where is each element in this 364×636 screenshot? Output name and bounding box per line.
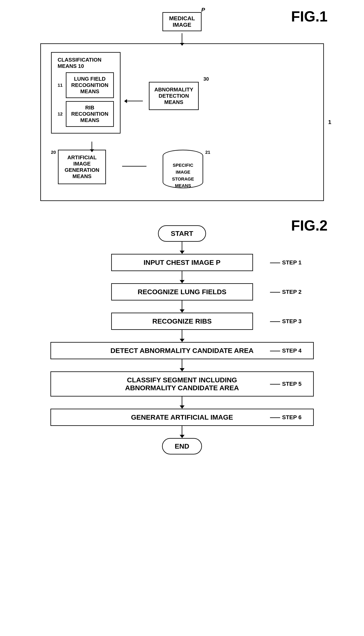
- arrow-head: [180, 339, 184, 342]
- medical-image-label: MEDICAL IMAGE: [169, 15, 195, 28]
- sub-boxes: 11 LUNG FIELD RECOGNITION MEANS 12 RIB R…: [58, 72, 114, 127]
- artif-text: ARTIFICIAL IMAGE GENERATION MEANS: [64, 154, 99, 179]
- storage-text: SPECIFIC IMAGE STORAGE MEANS: [172, 163, 194, 188]
- arrow-line: [182, 300, 182, 310]
- artif-box-wrapper: 20 ARTIFICIAL IMAGE GENERATION MEANS: [51, 150, 106, 184]
- system-box: 1 CLASSIFICATION MEANS 10 11 LUNG FIELD …: [40, 43, 324, 201]
- lung-field-label: 11: [58, 83, 64, 88]
- fig2-title: FIG.2: [291, 217, 328, 234]
- arrow-head: [180, 280, 184, 283]
- flow-arrow-4: [180, 330, 184, 342]
- step1-box: INPUT CHEST IMAGE P: [111, 254, 253, 271]
- artif-label: 20: [51, 150, 56, 155]
- arrow-line: [182, 330, 182, 339]
- classification-title: CLASSIFICATION MEANS 10: [58, 57, 114, 69]
- step6-label: STEP 6: [270, 414, 302, 420]
- rib-label: 12: [58, 112, 64, 117]
- arrow-line: [182, 426, 182, 435]
- flow-arrow-7: [180, 426, 184, 438]
- step4-row: DETECT ABNORMALITY CANDIDATE AREA STEP 4: [50, 342, 314, 359]
- flow-arrow-2: [180, 271, 184, 283]
- fig1-title: FIG.1: [291, 8, 328, 25]
- lung-field-box: LUNG FIELD RECOGNITION MEANS: [66, 72, 114, 98]
- step1-label: STEP 1: [270, 259, 302, 266]
- system-box-label: 1: [328, 119, 332, 126]
- classification-area: CLASSIFICATION MEANS 10 11 LUNG FIELD RE…: [51, 52, 120, 134]
- top-row: CLASSIFICATION MEANS 10 11 LUNG FIELD RE…: [51, 52, 313, 134]
- cylinder: SPECIFIC IMAGE STORAGE MEANS: [163, 150, 203, 190]
- step5-label: STEP 5: [270, 381, 302, 387]
- step2-label: STEP 2: [270, 289, 302, 295]
- flow-arrow-6: [180, 396, 184, 409]
- fig2-section: FIG.2 START INPUT CHEST IMAGE P STEP 1 R…: [12, 217, 352, 454]
- flow-arrow-1: [180, 242, 184, 254]
- arrow-line: [182, 396, 182, 406]
- flow-arrow-3: [180, 300, 184, 313]
- step6-text: GENERATE ARTIFICIAL IMAGE: [131, 413, 233, 421]
- arrow-line: [182, 271, 182, 280]
- step1-text: INPUT CHEST IMAGE P: [144, 258, 220, 266]
- step3-text: RECOGNIZE RIBS: [152, 317, 212, 325]
- arrow-head: [180, 251, 184, 254]
- step4-text: DETECT ABNORMALITY CANDIDATE AREA: [110, 347, 254, 354]
- step4-label: STEP 4: [270, 348, 302, 354]
- artif-box: ARTIFICIAL IMAGE GENERATION MEANS: [58, 150, 106, 184]
- bottom-row: 20 ARTIFICIAL IMAGE GENERATION MEANS SPE…: [51, 150, 313, 190]
- step2-box: RECOGNIZE LUNG FIELDS: [111, 283, 253, 300]
- arrow-line: [182, 359, 182, 368]
- medical-image-box: P MEDICAL IMAGE: [162, 12, 202, 31]
- fig1-section: P MEDICAL IMAGE FIG.1 1 CLASSIFICATION M…: [12, 8, 352, 201]
- arrow-head: [180, 368, 184, 372]
- step5-row: CLASSIFY SEGMENT INCLUDING ABNORMALITY C…: [50, 372, 314, 396]
- step5-text: CLASSIFY SEGMENT INCLUDING ABNORMALITY C…: [125, 376, 239, 392]
- cylinder-text: SPECIFIC IMAGE STORAGE MEANS: [172, 162, 194, 189]
- cylinder-wrapper: SPECIFIC IMAGE STORAGE MEANS 21: [163, 150, 210, 190]
- step6-row: GENERATE ARTIFICIAL IMAGE STEP 6: [50, 409, 314, 426]
- abnormality-label: 30: [203, 76, 209, 82]
- abnormality-text: ABNORMALITY DETECTION MEANS: [154, 86, 193, 105]
- arrow-head: [180, 310, 184, 313]
- step3-label: STEP 3: [270, 318, 302, 324]
- start-terminal: START: [158, 225, 206, 242]
- abnormality-box: ABNORMALITY DETECTION MEANS: [149, 82, 199, 110]
- lung-field-wrapper: 11 LUNG FIELD RECOGNITION MEANS: [58, 72, 114, 98]
- arrow-head: [180, 406, 184, 409]
- step2-row: RECOGNIZE LUNG FIELDS STEP 2: [50, 283, 314, 300]
- end-label: END: [175, 442, 190, 450]
- arrow-line: [182, 242, 182, 251]
- arrow-head: [180, 435, 184, 438]
- flow-arrow-5: [180, 359, 184, 372]
- rib-box: RIB RECOGNITION MEANS: [66, 101, 114, 127]
- step2-text: RECOGNIZE LUNG FIELDS: [138, 288, 226, 296]
- end-terminal: END: [162, 438, 202, 454]
- storage-label: 21: [205, 150, 210, 155]
- point-p-label: P: [201, 7, 205, 13]
- step1-row: INPUT CHEST IMAGE P STEP 1: [50, 254, 314, 271]
- start-label: START: [171, 230, 193, 237]
- step3-box: RECOGNIZE RIBS: [111, 313, 253, 330]
- flowchart: START INPUT CHEST IMAGE P STEP 1 RECOGNI…: [50, 225, 314, 454]
- rib-text: RIB RECOGNITION MEANS: [71, 104, 108, 123]
- rib-wrapper: 12 RIB RECOGNITION MEANS: [58, 101, 114, 127]
- fig1-header: P MEDICAL IMAGE FIG.1: [12, 8, 352, 31]
- lung-field-text: LUNG FIELD RECOGNITION MEANS: [71, 76, 108, 94]
- step3-row: RECOGNIZE RIBS STEP 3: [50, 313, 314, 330]
